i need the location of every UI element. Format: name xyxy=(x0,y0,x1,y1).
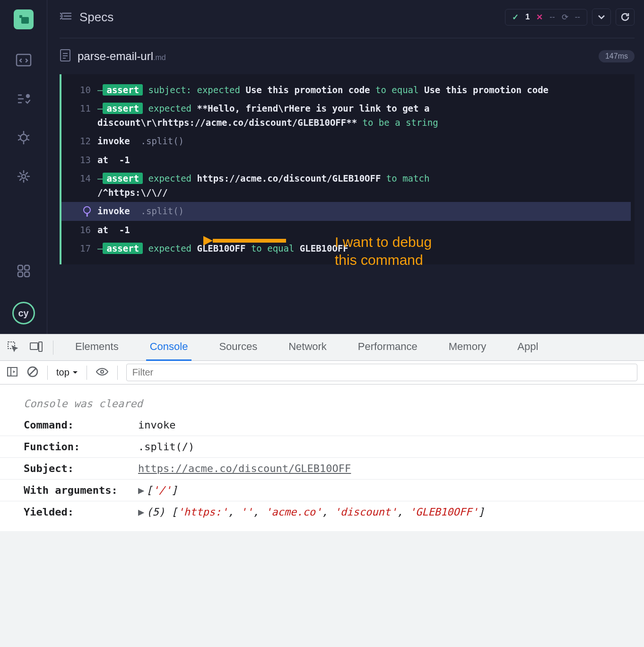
console-entry: Command:invoke xyxy=(0,414,644,436)
app-logo[interactable] xyxy=(14,9,34,29)
keyboard-icon[interactable] xyxy=(16,263,32,279)
devtools: ElementsConsoleSourcesNetworkPerformance… xyxy=(0,334,644,647)
fail-count: -- xyxy=(549,12,555,22)
svg-rect-13 xyxy=(30,343,38,350)
inspect-icon[interactable] xyxy=(7,341,19,355)
svg-rect-8 xyxy=(18,272,23,277)
cypress-logo[interactable]: cy xyxy=(12,302,35,324)
pass-count: 1 xyxy=(525,12,530,22)
toggle-sidebar-icon[interactable] xyxy=(7,367,18,379)
log-row[interactable]: 12invoke .split() xyxy=(61,132,631,150)
svg-rect-6 xyxy=(18,265,23,270)
console-entry: Function:.split(/) xyxy=(0,436,644,458)
devtools-tab-sources[interactable]: Sources xyxy=(215,334,261,361)
reload-button[interactable] xyxy=(616,9,635,26)
devtools-tab-elements[interactable]: Elements xyxy=(71,334,122,361)
log-content: —assert expected **Hello, friend\rHere i… xyxy=(97,102,622,130)
filter-input[interactable] xyxy=(126,364,637,381)
console-entry: Yielded:▶(5) ['https:', '', 'acme.co', '… xyxy=(0,501,644,523)
log-row[interactable]: 14—assert expected https://acme.co/disco… xyxy=(61,169,631,202)
eye-icon[interactable] xyxy=(96,367,109,378)
svg-rect-15 xyxy=(8,367,17,376)
log-row[interactable]: 10—assert subject: expected Use this pro… xyxy=(61,81,631,99)
test-stats: ✓ 1 ✕ -- ⟳ -- xyxy=(505,9,587,26)
console-output: Console was cleared Command:invokeFuncti… xyxy=(0,385,644,531)
svg-point-17 xyxy=(101,370,104,373)
console-key: Subject: xyxy=(24,463,132,474)
devtools-tab-network[interactable]: Network xyxy=(285,334,331,361)
settings-icon[interactable] xyxy=(16,168,32,184)
pending-icon: ⟳ xyxy=(562,12,568,22)
line-number: 11 xyxy=(70,102,91,130)
log-row[interactable]: 17—assert expected GLEB10OFF to equal GL… xyxy=(61,239,631,258)
svg-point-5 xyxy=(22,175,26,178)
console-entry: Subject:https://acme.co/discount/GLEB10O… xyxy=(0,458,644,480)
line-number: 12 xyxy=(70,134,91,148)
console-key: Command: xyxy=(24,419,132,431)
log-row[interactable]: 11—assert expected **Hello, friend\rHere… xyxy=(61,99,631,132)
console-value[interactable]: ▶(5) ['https:', '', 'acme.co', 'discount… xyxy=(138,506,485,518)
console-cleared: Console was cleared xyxy=(0,393,644,414)
fail-icon: ✕ xyxy=(536,12,543,22)
svg-rect-2 xyxy=(17,54,31,66)
svg-point-4 xyxy=(20,134,27,141)
specs-rail-icon[interactable] xyxy=(16,52,32,68)
left-rail: cy xyxy=(0,0,47,334)
svg-rect-9 xyxy=(25,272,29,277)
menu-icon[interactable] xyxy=(60,11,72,23)
log-content: invoke .split() xyxy=(97,134,622,148)
log-content: —assert expected GLEB10OFF to equal GLEB… xyxy=(97,242,622,255)
pass-icon: ✓ xyxy=(512,12,519,22)
file-header[interactable]: parse-email-url.md 147ms xyxy=(60,38,635,74)
console-value[interactable]: invoke xyxy=(138,419,175,431)
console-key: With arguments: xyxy=(24,484,132,496)
pending-count: -- xyxy=(575,12,580,22)
clear-console-icon[interactable] xyxy=(26,366,39,380)
runs-icon[interactable] xyxy=(16,91,32,107)
log-content: at -1 xyxy=(97,153,622,167)
log-row[interactable]: invoke .split() xyxy=(61,202,631,220)
devtools-tab-performance[interactable]: Performance xyxy=(354,334,421,361)
device-icon[interactable] xyxy=(29,341,43,354)
log-content: invoke .split() xyxy=(97,204,622,218)
debug-icon[interactable] xyxy=(16,130,32,146)
log-row[interactable]: 16at -1 xyxy=(61,221,631,239)
specs-title: Specs xyxy=(79,10,113,25)
log-content: at -1 xyxy=(97,223,622,237)
log-row[interactable]: 13at -1 xyxy=(61,151,631,169)
log-content: —assert subject: expected Use this promo… xyxy=(97,83,622,97)
line-number: 16 xyxy=(70,223,91,237)
console-value[interactable]: https://acme.co/discount/GLEB10OFF xyxy=(138,463,351,474)
line-number: 14 xyxy=(70,172,91,200)
console-key: Function: xyxy=(24,441,132,453)
file-name: parse-email-url.md xyxy=(78,50,166,63)
context-selector[interactable]: top xyxy=(56,367,78,378)
svg-rect-1 xyxy=(21,17,29,24)
log-content: —assert expected https://acme.co/discoun… xyxy=(97,172,622,200)
pin-icon xyxy=(83,206,91,214)
specs-header: Specs ✓ 1 ✕ -- ⟳ -- xyxy=(60,9,635,38)
console-entry: With arguments:▶['/'] xyxy=(0,480,644,501)
svg-rect-7 xyxy=(25,265,29,270)
svg-rect-14 xyxy=(39,342,42,351)
console-toolbar: top xyxy=(0,361,644,385)
console-value[interactable]: .split(/) xyxy=(138,441,194,453)
devtools-tab-console[interactable]: Console xyxy=(146,334,192,361)
chevron-down-button[interactable] xyxy=(592,9,611,26)
line-number xyxy=(70,204,91,218)
devtools-tabs: ElementsConsoleSourcesNetworkPerformance… xyxy=(0,334,644,361)
devtools-tab-memory[interactable]: Memory xyxy=(445,334,490,361)
devtools-tab-appl[interactable]: Appl xyxy=(513,334,542,361)
line-number: 10 xyxy=(70,83,91,97)
line-number: 17 xyxy=(70,242,91,255)
line-number: 13 xyxy=(70,153,91,167)
svg-point-3 xyxy=(26,95,29,97)
file-icon xyxy=(60,49,71,64)
file-time: 147ms xyxy=(599,50,635,62)
console-value[interactable]: ▶['/'] xyxy=(138,484,178,496)
command-log: 10—assert subject: expected Use this pro… xyxy=(60,74,635,264)
console-key: Yielded: xyxy=(24,506,132,518)
